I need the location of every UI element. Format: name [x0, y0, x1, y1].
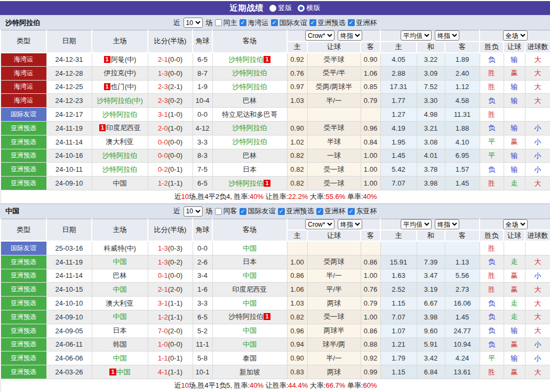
- home-team-cell: 澳大利亚: [92, 135, 148, 149]
- checkbox-label: 亚洲杯: [325, 206, 346, 216]
- league-checkbox[interactable]: ✓海湾运: [240, 18, 269, 28]
- type-badge-cell: 海湾运: [1, 80, 46, 94]
- score-cell: 0-0(0-0): [148, 149, 193, 163]
- corners-cell: 8-3: [193, 149, 212, 163]
- same-venue-checkbox[interactable]: 同主: [215, 18, 237, 28]
- crow-home-odds-cell: 0.94: [287, 338, 307, 351]
- handicap-result-cell: 走: [504, 255, 525, 269]
- goals-result-cell: 大: [525, 283, 550, 297]
- handicap-line-cell: 受一球: [307, 177, 361, 190]
- league-checkbox[interactable]: ✓国际友谊: [271, 18, 307, 28]
- score-cell: 2-1(0-0): [148, 53, 193, 67]
- crow-home-odds-cell: 1.03: [287, 94, 307, 108]
- match-row: 亚洲预选24-10-15中国2-1(2-0)1-6印度尼西亚1.06平/半0.7…: [1, 283, 550, 297]
- crow-home-odds-cell: 0.82: [287, 310, 307, 324]
- match-scope-select[interactable]: 全场: [503, 219, 528, 229]
- column-avg-home: 主: [380, 42, 417, 53]
- radio-icon: [298, 5, 305, 12]
- goals-result-cell: 大: [525, 94, 550, 108]
- goals-result-cell: 大: [525, 255, 550, 269]
- odds-company-select[interactable]: Crow*: [305, 219, 334, 229]
- league-checkbox[interactable]: ✓亚洲杯: [348, 18, 377, 28]
- avg-draw-cell: 3.08: [417, 135, 445, 149]
- final-odds-select-2[interactable]: 终指: [435, 219, 459, 229]
- full-time-score: 7-0: [158, 327, 168, 335]
- goals-result-cell: 大: [525, 297, 550, 310]
- radio-label: 竖版: [278, 3, 292, 13]
- type-badge-cell: 亚洲预选: [1, 121, 46, 135]
- crow-home-odds-cell: 0.82: [287, 149, 307, 163]
- score-cell: 1-1(0-1): [148, 351, 193, 365]
- away-team-cell: 巴林: [212, 149, 287, 163]
- crow-home-odds-cell: 0.90: [287, 121, 307, 135]
- scope-group: 全场: [480, 30, 550, 42]
- corners-cell: 10-1: [193, 365, 212, 379]
- half-time-score: (0-0): [168, 340, 182, 348]
- wdl-result-cell: 负: [480, 163, 504, 177]
- average-odds-select[interactable]: 平均值: [401, 30, 432, 41]
- recent-count-select[interactable]: 10: [184, 18, 203, 28]
- league-checkbox[interactable]: ✓国际友谊: [240, 206, 276, 216]
- layout-radio-horizontal[interactable]: 横版: [298, 3, 321, 13]
- final-odds-select-2[interactable]: 终指: [435, 30, 459, 41]
- match-row: 国际友谊24-12-17沙特阿拉伯3-1(1-0)0-0特立尼达和多巴哥1.27…: [1, 108, 550, 122]
- summary-value: 40%: [250, 381, 264, 389]
- column-home: 主场: [92, 219, 148, 241]
- full-time-score: 2-0: [158, 124, 168, 132]
- summary-row: 近10场,胜4平1负5, 胜率:40% 让胜率:44.4% 大率:66.7% 单…: [1, 379, 550, 392]
- crow-home-odds-cell: 0.97: [287, 80, 307, 94]
- type-badge-cell: 海湾运: [1, 66, 46, 80]
- match-scope-select[interactable]: 全场: [503, 30, 528, 41]
- column-avg-home: 主: [380, 230, 417, 241]
- full-time-score: 1-3: [158, 69, 168, 77]
- same-venue-checkbox[interactable]: 同客: [215, 206, 237, 216]
- column-crow-home: 主: [287, 230, 307, 241]
- league-checkbox[interactable]: ✓亚洲预选: [278, 206, 314, 216]
- panel-title: 近期战绩: [230, 3, 264, 13]
- crow-away-odds-cell: 1.00: [361, 269, 380, 283]
- goals-result-cell: 大: [525, 324, 550, 338]
- league-checkbox[interactable]: ✓东亚杯: [348, 206, 377, 216]
- date-cell: 25-03-16: [46, 241, 92, 255]
- avg-home-cell: 4.05: [380, 53, 417, 67]
- recent-count-select[interactable]: 10: [184, 206, 203, 217]
- team-name: 中国: [113, 258, 127, 266]
- handicap-line-cell: 两球半: [307, 324, 361, 338]
- odds-company-select[interactable]: Crow*: [305, 30, 334, 41]
- average-odds-select[interactable]: 平均值: [401, 219, 432, 229]
- wdl-result-cell: 负: [480, 324, 504, 338]
- score-cell: 0-1(0-0): [148, 269, 193, 283]
- final-odds-select[interactable]: 终指: [338, 30, 362, 41]
- corners-cell: 1-9: [193, 80, 212, 94]
- column-handicap-result: 让球: [504, 42, 525, 53]
- avg-home-cell: 1.77: [380, 94, 417, 108]
- team-name: 沙特阿拉伯: [102, 165, 137, 173]
- handicap-line-cell: 球半/两: [307, 338, 361, 351]
- avg-draw-cell: 7.52: [417, 80, 445, 94]
- type-badge-cell: 亚洲预选: [1, 135, 46, 149]
- match-row: 亚洲预选24-06-11韩国1-0(0-0)11-1中国0.94球半/两0.88…: [1, 338, 550, 351]
- away-team-cell: 日本: [212, 255, 287, 269]
- checkbox-label: 国际友谊: [280, 18, 307, 28]
- handicap-line-cell: 半/一: [307, 94, 361, 108]
- team-name: 日本: [243, 165, 257, 173]
- date-cell: 24-10-16: [46, 149, 92, 163]
- team-name: 特立尼达和多巴哥: [222, 110, 277, 118]
- team-name: 沙特阿拉伯: [233, 138, 267, 146]
- crow-home-odds-cell: 0.86: [287, 269, 307, 283]
- avg-away-cell: 2.73: [445, 283, 480, 297]
- corners-cell: 0-0: [193, 108, 212, 122]
- column-handicap-result: 让球: [504, 230, 525, 241]
- final-odds-select[interactable]: 终指: [338, 219, 362, 229]
- wdl-result-cell: 胜: [480, 241, 504, 255]
- games-label: 场: [206, 206, 213, 216]
- league-checkbox[interactable]: ✓亚洲杯: [316, 206, 346, 216]
- match-row: 亚洲预选24-10-16沙特阿拉伯0-0(0-0)8-3巴林0.82一球1.00…: [1, 149, 550, 163]
- half-time-score: (2-1): [168, 83, 182, 91]
- league-checkbox[interactable]: ✓亚洲预选: [309, 18, 346, 28]
- layout-radio-vertical[interactable]: 竖版: [269, 3, 292, 13]
- handicap-result-cell: 走: [504, 310, 525, 324]
- corners-cell: 1-6: [193, 283, 212, 297]
- team-name: 中国: [113, 313, 127, 321]
- match-row: 亚洲预选24-10-10澳大利亚3-1(1-1)3-3中国1.03两球0.791…: [1, 297, 550, 310]
